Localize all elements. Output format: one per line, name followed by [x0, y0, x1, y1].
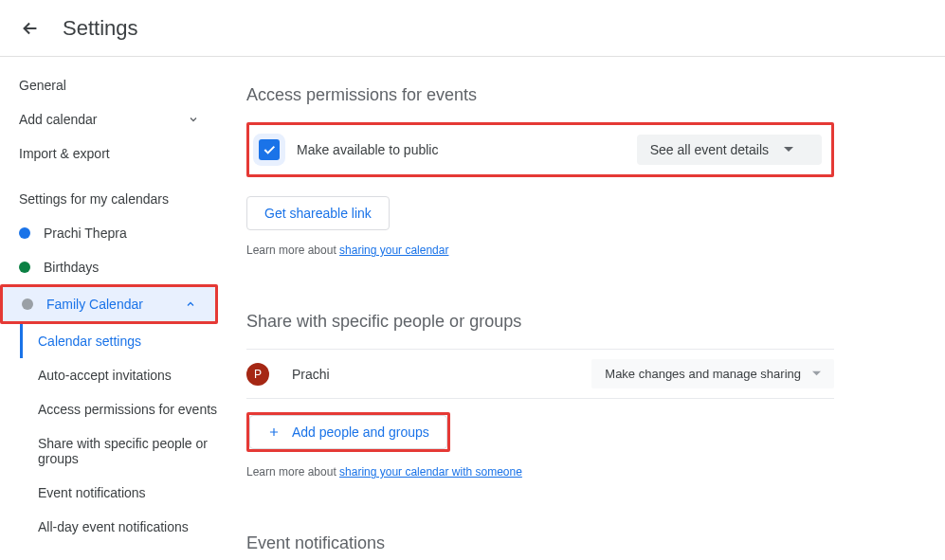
sidebar-item-general[interactable]: General — [0, 68, 218, 102]
plus-icon — [267, 425, 281, 439]
add-people-button[interactable]: Add people and groups — [249, 415, 447, 449]
public-permission-row: Make available to public See all event d… — [249, 125, 831, 174]
share-help-link[interactable]: sharing your calendar with someone — [339, 465, 522, 479]
sub-item-allday-notifications[interactable]: All-day event notifications — [21, 510, 218, 544]
sharing-help-link[interactable]: sharing your calendar — [339, 244, 448, 257]
chevron-down-icon — [188, 114, 199, 125]
section-title-notifications: Event notifications — [246, 533, 834, 553]
visibility-select-label: See all event details — [650, 142, 769, 157]
chevron-up-icon — [185, 298, 196, 310]
calendar-label: Birthdays — [44, 260, 99, 275]
sidebar-calendar-birthdays[interactable]: Birthdays — [0, 250, 218, 284]
sidebar-sublist: Calendar settings Auto-accept invitation… — [19, 324, 218, 544]
access-help-text: Learn more about sharing your calendar — [246, 244, 834, 257]
sidebar-label: General — [19, 78, 66, 93]
calendar-color-dot — [19, 262, 30, 273]
section-title-share: Share with specific people or groups — [246, 312, 834, 332]
public-checkbox-label: Make available to public — [297, 142, 438, 157]
add-people-label: Add people and groups — [292, 425, 429, 440]
sidebar-label: Add calendar — [19, 112, 98, 127]
section-title-access: Access permissions for events — [246, 85, 834, 105]
checkmark-icon — [262, 142, 277, 157]
share-person-name: Prachi — [292, 367, 330, 382]
caret-down-icon — [784, 145, 793, 154]
sidebar-item-add-calendar[interactable]: Add calendar — [0, 102, 218, 136]
calendar-color-dot — [19, 227, 30, 239]
sub-item-calendar-settings[interactable]: Calendar settings — [20, 324, 218, 358]
share-help-text: Learn more about sharing your calendar w… — [246, 465, 834, 479]
sidebar: General Add calendar Import & export Set… — [0, 57, 218, 560]
sidebar-label: Import & export — [19, 146, 110, 161]
sidebar-calendar-prachi[interactable]: Prachi Thepra — [0, 216, 218, 250]
avatar: P — [246, 363, 269, 386]
sidebar-section-label: Settings for my calendars — [0, 171, 218, 216]
calendar-color-dot — [22, 298, 33, 310]
share-person-row: P Prachi Make changes and manage sharing — [246, 349, 834, 399]
sub-item-access-permissions[interactable]: Access permissions for events — [21, 392, 218, 426]
public-checkbox[interactable] — [259, 139, 280, 160]
main-content: Access permissions for events Make avail… — [218, 57, 881, 560]
caret-down-icon — [812, 370, 821, 378]
visibility-select[interactable]: See all event details — [637, 135, 822, 165]
sub-item-share-people[interactable]: Share with specific people or groups — [21, 426, 218, 476]
sub-item-auto-accept[interactable]: Auto-accept invitations — [21, 358, 218, 392]
calendar-label: Family Calendar — [46, 297, 143, 312]
sidebar-item-import-export[interactable]: Import & export — [0, 136, 218, 171]
sub-item-event-notifications[interactable]: Event notifications — [21, 476, 218, 510]
get-shareable-link-button[interactable]: Get shareable link — [246, 196, 390, 230]
share-permission-label: Make changes and manage sharing — [605, 367, 801, 381]
page-title: Settings — [63, 16, 138, 41]
share-permission-select[interactable]: Make changes and manage sharing — [591, 359, 834, 388]
sidebar-calendar-family[interactable]: Family Calendar — [3, 287, 215, 321]
back-arrow-icon[interactable] — [19, 17, 42, 40]
app-header: Settings — [0, 0, 945, 57]
calendar-label: Prachi Thepra — [44, 226, 127, 241]
